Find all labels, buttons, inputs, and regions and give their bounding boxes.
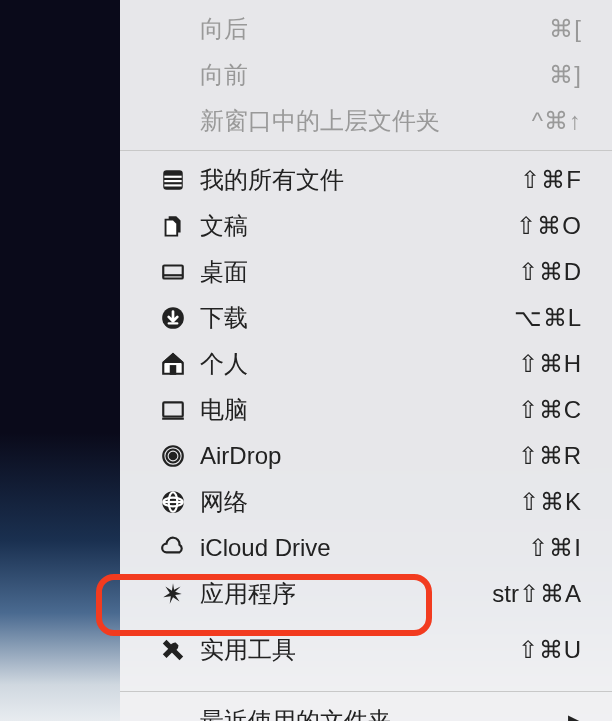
menu-item-icloud-drive[interactable]: iCloud Drive ⇧⌘I [120,525,612,571]
cloud-icon [160,535,200,561]
menu-label: iCloud Drive [200,534,528,562]
shortcut: ⇧⌘A [519,580,582,608]
shortcut: ⌥⌘L [514,304,582,332]
shortcut-back: ⌘[ [549,15,582,43]
menu-item-documents[interactable]: 文稿 ⇧⌘O [120,203,612,249]
menu-item-airdrop[interactable]: AirDrop ⇧⌘R [120,433,612,479]
airdrop-icon [160,443,200,469]
menu-label-enclosing: 新窗口中的上层文件夹 [200,105,532,137]
desktop-icon [160,259,200,285]
menu-item-utilities[interactable]: 实用工具 ⇧⌘U [120,627,612,673]
menu-item-network[interactable]: 网络 ⇧⌘K [120,479,612,525]
network-icon [160,489,200,515]
applications-icon [160,581,200,607]
utilities-icon [160,637,200,663]
menu-label: 个人 [200,348,518,380]
svg-rect-9 [163,402,183,416]
go-menu-panel: 向后 ⌘[ 向前 ⌘] 新窗口中的上层文件夹 ^⌘↑ 我的所有文件 ⇧⌘F [120,0,612,721]
menu-label: 文稿 [200,210,516,242]
shortcut: ⇧⌘F [520,166,582,194]
menu-item-downloads[interactable]: 下载 ⌥⌘L [120,295,612,341]
menu-separator [120,150,612,151]
shortcut: ⇧⌘I [528,534,582,562]
all-files-icon [160,167,200,193]
menu-label-back: 向后 [200,13,549,45]
menu-label: 电脑 [200,394,518,426]
svg-point-11 [170,453,177,460]
downloads-icon [160,305,200,331]
menu-separator [120,691,612,692]
menu-item-forward: 向前 ⌘] [120,52,612,98]
menu-label: 最近使用的文件夹 [200,705,568,721]
computer-icon [160,397,200,423]
menu-item-applications[interactable]: 应用程序str ⇧⌘A [120,571,612,617]
menu-label: 我的所有文件 [200,164,520,196]
shortcut-forward: ⌘] [549,61,582,89]
menu-label: 下载 [200,302,514,334]
menu-item-recent-folders[interactable]: 最近使用的文件夹 ▶ [120,698,612,721]
menu-label: 网络 [200,486,519,518]
shortcut: ⇧⌘O [516,212,582,240]
shortcut: ⇧⌘K [519,488,582,516]
shortcut: ⇧⌘C [518,396,582,424]
svg-rect-8 [171,366,175,374]
menu-label: 应用程序 [200,578,492,610]
menu-label-forward: 向前 [200,59,549,91]
home-icon [160,351,200,377]
shortcut-enclosing: ^⌘↑ [532,107,582,135]
documents-icon [160,213,200,239]
menu-item-home[interactable]: 个人 ⇧⌘H [120,341,612,387]
menu-label: 桌面 [200,256,518,288]
menu-label: 实用工具 [200,634,518,666]
shortcut: ⇧⌘D [518,258,582,286]
menu-item-computer[interactable]: 电脑 ⇧⌘C [120,387,612,433]
shortcut: ⇧⌘R [518,442,582,470]
shortcut: ⇧⌘U [518,636,582,664]
menu-item-enclosing-folder: 新窗口中的上层文件夹 ^⌘↑ [120,98,612,144]
menu-item-all-my-files[interactable]: 我的所有文件 ⇧⌘F [120,157,612,203]
menu-item-back: 向后 ⌘[ [120,6,612,52]
menu-item-desktop[interactable]: 桌面 ⇧⌘D [120,249,612,295]
submenu-arrow-icon: ▶ [568,710,582,721]
shortcut: ⇧⌘H [518,350,582,378]
svg-rect-4 [163,266,183,279]
menu-label: AirDrop [200,442,518,470]
